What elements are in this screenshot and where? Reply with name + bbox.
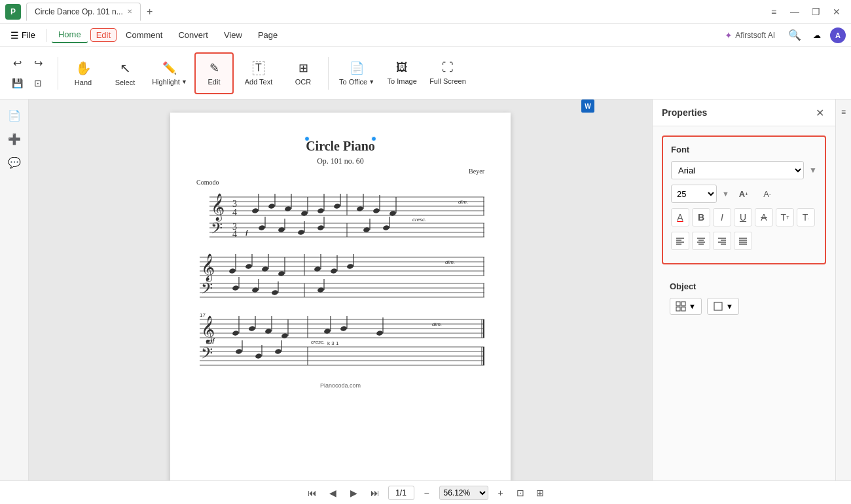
page-input[interactable]	[388, 486, 414, 500]
zoom-in-btn[interactable]: +	[494, 486, 508, 500]
undo-btn[interactable]: ↩	[8, 54, 26, 73]
subscript-btn[interactable]: T.	[797, 208, 815, 226]
bottom-bar: ⏮ ◀ ▶ ⏭ − 56.12% 50% 75% 100% 125% 150% …	[0, 480, 851, 504]
arrange-btn[interactable]: ▼	[670, 298, 702, 315]
settings-btn[interactable]: ≡	[765, 5, 783, 18]
menu-comment[interactable]: Comment	[119, 27, 169, 43]
menu-convert[interactable]: Convert	[172, 27, 215, 43]
font-decrease-btn[interactable]: A-	[758, 185, 776, 203]
svg-text:f: f	[245, 230, 249, 237]
select-label: Select	[115, 79, 136, 86]
pdf-content: Circle Piano Op. 101 no. 60 Beyer Comodo…	[196, 132, 484, 395]
edit-label: Edit	[208, 78, 221, 86]
redo-btn[interactable]: ↪	[29, 54, 47, 73]
sidebar-comment-icon[interactable]: 💬	[4, 152, 25, 173]
menu-home[interactable]: Home	[52, 27, 88, 43]
file-menu[interactable]: ☰ File	[5, 27, 41, 43]
sheet-title-container[interactable]: Circle Piano	[196, 139, 484, 154]
svg-point-113	[376, 330, 383, 336]
first-page-btn[interactable]: ⏮	[304, 485, 320, 501]
search-btn[interactable]: 🔍	[786, 26, 804, 45]
italic-btn[interactable]: I	[713, 208, 731, 226]
ai-label: Afirstsoft AI	[735, 31, 775, 40]
hand-tool-btn[interactable]: ✋ Hand	[63, 52, 103, 94]
to-office-tool-btn[interactable]: 📄 To Office ▼	[334, 52, 380, 94]
svg-text:dim.: dim.	[432, 321, 442, 327]
save-btn[interactable]: 💾	[8, 74, 26, 92]
align-justify-btn[interactable]	[734, 232, 752, 250]
cloud-btn[interactable]: ☁	[809, 28, 825, 43]
svg-point-72	[346, 263, 353, 269]
last-page-btn[interactable]: ⏭	[367, 485, 383, 501]
underline-btn[interactable]: U	[734, 208, 752, 226]
svg-point-23	[372, 207, 380, 213]
sidebar-add-icon[interactable]: ➕	[4, 128, 25, 149]
close-btn[interactable]: ✕	[827, 5, 846, 18]
font-increase-btn[interactable]: A+	[734, 185, 753, 203]
ocr-label: OCR	[295, 78, 311, 86]
sidebar-pages-icon[interactable]: 📄	[4, 105, 25, 126]
superscript-btn[interactable]: TT	[776, 208, 794, 226]
user-avatar: A	[830, 27, 846, 43]
align-center-btn[interactable]	[692, 232, 710, 250]
prev-page-btn[interactable]: ◀	[325, 485, 341, 501]
fit-page-btn[interactable]: ⊞	[533, 486, 547, 500]
select-tool-btn[interactable]: ↖ Select	[105, 52, 145, 94]
tab-close-btn[interactable]: ✕	[127, 8, 132, 15]
font-size-select[interactable]: 25 12 14 16 18 20 24 28 32 36	[671, 185, 717, 203]
menu-divider	[46, 29, 46, 42]
active-tab[interactable]: Circle Dance Op. 101 n... ✕	[26, 3, 141, 21]
add-text-icon: T	[253, 61, 264, 75]
export-btn[interactable]: ⊡	[29, 74, 47, 92]
font-family-select[interactable]: Arial Times New Roman Helvetica	[671, 161, 804, 179]
panel-close-btn[interactable]: ✕	[813, 106, 826, 119]
app-icon: P	[5, 4, 21, 20]
ai-button[interactable]: ✦ Afirstsoft AI	[719, 27, 780, 43]
panel-tab-icon[interactable]: ≡	[837, 102, 850, 122]
ocr-icon: ⊞	[299, 61, 308, 75]
align-left-btn[interactable]	[671, 232, 689, 250]
svg-text:dim.: dim.	[458, 199, 468, 205]
menu-right-area: ✦ Afirstsoft AI 🔍 ☁ A	[719, 26, 846, 45]
zoom-select[interactable]: 56.12% 50% 75% 100% 125% 150%	[439, 486, 488, 500]
menu-view[interactable]: View	[217, 27, 249, 43]
full-screen-icon: ⛶	[442, 61, 454, 75]
crop-btn[interactable]: ▼	[707, 298, 739, 315]
to-office-label: To Office	[339, 78, 367, 86]
minimize-btn[interactable]: —	[786, 5, 804, 18]
svg-rect-152	[676, 307, 680, 311]
panel-header: Properties ✕	[653, 99, 835, 126]
svg-point-61	[245, 263, 252, 269]
fit-width-btn[interactable]: ⊡	[513, 486, 528, 500]
ocr-tool-btn[interactable]: ⊞ OCR	[283, 52, 323, 94]
edit-tool-btn[interactable]: ✎ Edit	[194, 52, 234, 94]
object-buttons: ▼ ▼	[670, 298, 818, 315]
hand-icon: ✋	[75, 60, 92, 76]
music-staff-1: 𝄞 3 4	[196, 187, 484, 240]
edit-icon: ✎	[209, 61, 219, 75]
menu-edit[interactable]: Edit	[90, 28, 117, 42]
to-image-tool-btn[interactable]: 🖼 To Image	[382, 52, 422, 94]
strikethrough-btn[interactable]: A	[755, 208, 773, 226]
menu-page[interactable]: Page	[251, 27, 284, 43]
highlight-tool-btn[interactable]: ✏️ Highlight ▼	[147, 52, 192, 94]
maximize-btn[interactable]: ❐	[806, 5, 825, 18]
full-screen-tool-btn[interactable]: ⛶ Full Screen	[424, 52, 471, 94]
sheet-subtitle: Op. 101 no. 60	[196, 156, 484, 166]
left-sidebar: 📄 ➕ 💬	[0, 99, 29, 480]
bold-btn[interactable]: B	[692, 208, 710, 226]
add-text-tool-btn[interactable]: T Add Text	[236, 52, 281, 94]
zoom-out-btn[interactable]: −	[420, 486, 434, 500]
svg-text:4: 4	[232, 229, 237, 239]
toolbar: ↩ ↪ 💾 ⊡ ✋ Hand ↖ Select ✏️ Highlight ▼ ✎…	[0, 47, 851, 99]
next-page-btn[interactable]: ▶	[346, 485, 362, 501]
align-right-btn[interactable]	[713, 232, 731, 250]
new-tab-btn[interactable]: +	[142, 4, 158, 20]
music-staff-2: 𝄞 f	[196, 247, 484, 300]
add-text-label: Add Text	[245, 78, 273, 86]
font-color-btn[interactable]: A	[671, 208, 689, 226]
pdf-area[interactable]: Circle Piano Op. 101 no. 60 Beyer Comodo…	[29, 99, 652, 480]
svg-rect-150	[676, 302, 680, 306]
svg-point-16	[317, 207, 324, 213]
font-section: Font Arial Times New Roman Helvetica ▼ 2…	[662, 135, 826, 264]
